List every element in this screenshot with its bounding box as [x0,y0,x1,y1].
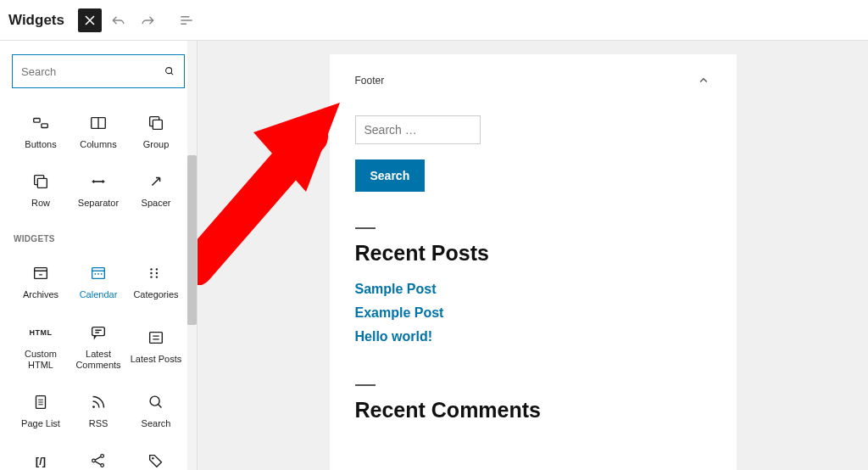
block-calendar[interactable]: Calendar [70,255,127,311]
categories-icon [147,264,165,283]
rss-icon [89,393,108,411]
group-icon [147,114,165,132]
page-title: Widgets [8,12,64,29]
tag-icon [147,451,165,470]
buttons-icon [31,114,50,132]
design-block-grid: Buttons Columns Group Row [12,105,185,219]
block-search[interactable] [12,54,185,88]
svg-rect-1 [34,119,40,123]
redo-button[interactable] [136,8,159,32]
search-block-icon [147,393,165,411]
search-icon [164,64,175,79]
svg-point-17 [156,272,158,274]
post-link[interactable]: Sample Post [355,282,437,296]
outline-button[interactable] [175,8,198,32]
svg-point-13 [150,269,152,271]
block-search-input[interactable] [21,65,164,78]
block-search[interactable]: Search [127,384,185,439]
row-icon [31,172,50,191]
search-widget-button[interactable]: Search [355,159,426,192]
footer-widget-area: Footer Search Recent Posts Sample Post E… [330,54,737,470]
block-columns[interactable]: Columns [70,105,127,160]
block-label: Search [142,418,171,429]
latest-comments-icon [89,323,108,342]
list-icon [178,12,195,29]
svg-point-16 [156,269,158,271]
block-label: Columns [80,139,116,150]
recent-posts-list: Sample Post Example Post Hello world! [355,277,711,349]
svg-point-0 [166,68,172,74]
chevron-up-icon [696,73,711,88]
list-item: Hello world! [355,325,711,349]
block-rss[interactable]: RSS [70,384,127,439]
svg-point-26 [101,464,104,467]
divider [355,384,376,386]
post-link[interactable]: Example Post [355,305,444,320]
shortcode-icon: [/] [31,451,50,470]
svg-point-27 [152,457,153,459]
search-widget-input[interactable] [355,115,481,144]
block-page-list[interactable]: Page List [12,384,70,439]
block-tag-cloud[interactable]: Tag Cloud [127,443,185,470]
block-label: Group [143,139,170,150]
svg-point-10 [94,273,96,275]
separator-icon [89,172,108,191]
block-label: Page List [21,418,60,429]
svg-rect-8 [35,268,47,279]
svg-rect-19 [92,327,105,335]
svg-marker-28 [253,103,340,192]
svg-rect-7 [37,179,47,188]
svg-point-24 [92,459,96,462]
widgets-canvas: Footer Search Recent Posts Sample Post E… [198,41,868,470]
close-icon [81,12,98,29]
svg-rect-20 [150,333,163,344]
undo-button[interactable] [107,8,131,32]
archives-icon [31,264,50,283]
block-latest-posts[interactable]: Latest Posts [127,315,185,381]
block-archives[interactable]: Archives [12,255,70,311]
close-button[interactable] [78,8,102,32]
block-separator[interactable]: Separator [70,164,127,219]
block-shortcode[interactable]: [/] Shortcode [12,443,70,470]
recent-posts-heading: Recent Posts [355,241,711,266]
post-link[interactable]: Hello world! [355,329,433,344]
block-categories[interactable]: Categories [127,255,185,311]
block-buttons[interactable]: Buttons [12,105,70,160]
block-label: Spacer [142,198,171,209]
block-social-icons[interactable]: Social Icons [70,443,127,470]
footer-panel-toggle[interactable]: Footer [355,73,711,88]
block-group[interactable]: Group [127,105,185,160]
block-latest-comments[interactable]: Latest Comments [70,315,127,381]
recent-comments-heading: Recent Comments [355,398,711,422]
latest-posts-icon [147,328,165,347]
block-row[interactable]: Row [12,164,70,219]
svg-point-15 [150,277,152,278]
columns-icon [89,114,108,132]
block-label: Calendar [80,289,118,300]
redo-icon [139,12,156,29]
svg-rect-2 [42,124,47,128]
svg-point-18 [156,277,158,278]
svg-point-22 [92,406,95,408]
undo-icon [110,12,127,29]
block-label: Separator [78,198,119,209]
svg-point-23 [150,396,159,406]
top-toolbar: Widgets [0,0,868,41]
block-label: Latest Comments [71,349,125,371]
svg-point-12 [101,273,103,275]
html-icon: HTML [31,323,50,342]
spacer-icon [147,172,165,191]
scrollbar-thumb[interactable] [187,155,197,325]
search-widget: Search [355,115,711,192]
share-icon [89,451,108,470]
block-label: Row [31,198,50,209]
block-custom-html[interactable]: HTML Custom HTML [12,315,70,381]
svg-rect-5 [153,120,162,129]
svg-point-11 [97,273,99,275]
block-label: RSS [89,418,108,429]
page-list-icon [31,393,50,411]
divider [355,227,376,229]
footer-title: Footer [355,75,385,87]
block-spacer[interactable]: Spacer [127,164,185,219]
block-inserter-panel: Buttons Columns Group Row [0,41,198,470]
